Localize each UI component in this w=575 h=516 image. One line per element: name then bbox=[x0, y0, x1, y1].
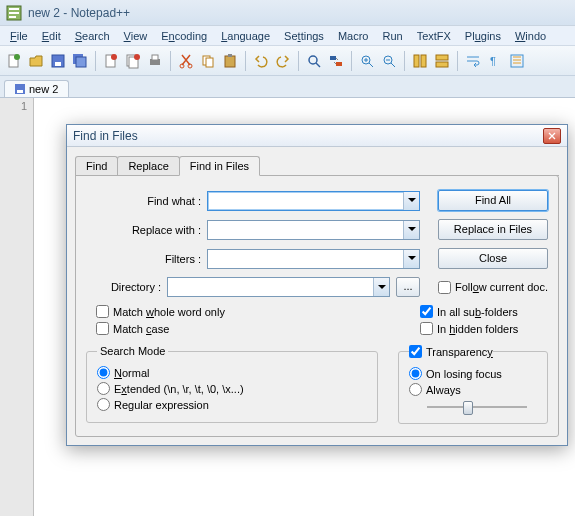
menu-plugins[interactable]: Plugins bbox=[459, 28, 507, 44]
regex-radio-label: Regular expression bbox=[114, 399, 209, 411]
document-tab[interactable]: new 2 bbox=[4, 80, 69, 97]
always-label: Always bbox=[426, 384, 461, 396]
line-gutter: 1 bbox=[0, 98, 34, 516]
transparency-slider[interactable] bbox=[427, 399, 527, 415]
separator bbox=[351, 51, 352, 71]
search-mode-legend: Search Mode bbox=[97, 345, 168, 357]
new-file-icon[interactable] bbox=[4, 51, 24, 71]
close-file-icon[interactable] bbox=[101, 51, 121, 71]
menu-edit[interactable]: Edit bbox=[36, 28, 67, 44]
svg-rect-31 bbox=[436, 62, 448, 67]
sub-folders-checkbox[interactable] bbox=[420, 305, 433, 318]
menu-macro[interactable]: Macro bbox=[332, 28, 375, 44]
label-filters: Filters : bbox=[86, 253, 201, 265]
dialog-titlebar[interactable]: Find in Files bbox=[67, 125, 567, 147]
svg-point-23 bbox=[309, 56, 317, 64]
menu-settings[interactable]: Settings bbox=[278, 28, 330, 44]
menu-window[interactable]: Windo bbox=[509, 28, 552, 44]
match-case-label: Match case bbox=[113, 323, 169, 335]
transparency-checkbox[interactable] bbox=[409, 345, 422, 358]
replace-with-input[interactable] bbox=[207, 220, 420, 240]
svg-rect-28 bbox=[414, 55, 419, 67]
match-whole-word-checkbox[interactable] bbox=[96, 305, 109, 318]
label-directory: Directory : bbox=[86, 281, 161, 293]
menu-encoding[interactable]: Encoding bbox=[155, 28, 213, 44]
normal-radio[interactable] bbox=[97, 366, 110, 379]
find-all-button[interactable]: Find All bbox=[438, 190, 548, 211]
browse-directory-button[interactable]: ... bbox=[396, 277, 420, 297]
separator bbox=[298, 51, 299, 71]
indent-guide-icon[interactable] bbox=[507, 51, 527, 71]
regex-radio[interactable] bbox=[97, 398, 110, 411]
svg-rect-9 bbox=[76, 57, 86, 67]
tab-replace[interactable]: Replace bbox=[117, 156, 179, 175]
save-icon[interactable] bbox=[48, 51, 68, 71]
chevron-down-icon[interactable] bbox=[403, 250, 419, 268]
find-icon[interactable] bbox=[304, 51, 324, 71]
svg-point-14 bbox=[134, 54, 140, 60]
separator bbox=[457, 51, 458, 71]
document-tab-label: new 2 bbox=[29, 83, 58, 95]
transparency-label: Transparency bbox=[426, 346, 493, 358]
show-all-chars-icon[interactable]: ¶ bbox=[485, 51, 505, 71]
on-losing-focus-radio[interactable] bbox=[409, 367, 422, 380]
copy-icon[interactable] bbox=[198, 51, 218, 71]
hidden-folders-checkbox[interactable] bbox=[420, 322, 433, 335]
svg-rect-3 bbox=[9, 16, 16, 18]
svg-rect-35 bbox=[17, 90, 23, 93]
match-case-checkbox[interactable] bbox=[96, 322, 109, 335]
filters-input[interactable] bbox=[207, 249, 420, 269]
always-radio[interactable] bbox=[409, 383, 422, 396]
svg-rect-30 bbox=[436, 55, 448, 60]
redo-icon[interactable] bbox=[273, 51, 293, 71]
tab-find-in-files[interactable]: Find in Files bbox=[179, 156, 260, 176]
menu-search[interactable]: Search bbox=[69, 28, 116, 44]
menu-file[interactable]: File bbox=[4, 28, 34, 44]
print-icon[interactable] bbox=[145, 51, 165, 71]
replace-in-files-button[interactable]: Replace in Files bbox=[438, 219, 548, 240]
find-what-input[interactable] bbox=[207, 191, 420, 211]
svg-rect-16 bbox=[152, 55, 158, 60]
svg-rect-1 bbox=[9, 8, 19, 10]
extended-radio[interactable] bbox=[97, 382, 110, 395]
menu-textfx[interactable]: TextFX bbox=[411, 28, 457, 44]
document-tabbar: new 2 bbox=[0, 76, 575, 98]
undo-icon[interactable] bbox=[251, 51, 271, 71]
svg-rect-22 bbox=[228, 54, 232, 57]
sync-v-icon[interactable] bbox=[410, 51, 430, 71]
wordwrap-icon[interactable] bbox=[463, 51, 483, 71]
line-number: 1 bbox=[0, 100, 33, 115]
dialog-title: Find in Files bbox=[73, 129, 543, 143]
find-in-files-dialog: Find in Files Find Replace Find in Files… bbox=[66, 124, 568, 446]
label-find-what: Find what : bbox=[86, 195, 201, 207]
svg-rect-24 bbox=[330, 56, 336, 60]
replace-icon[interactable] bbox=[326, 51, 346, 71]
svg-rect-21 bbox=[225, 56, 235, 67]
tab-find[interactable]: Find bbox=[75, 156, 118, 175]
separator bbox=[95, 51, 96, 71]
menu-language[interactable]: Language bbox=[215, 28, 276, 44]
separator bbox=[170, 51, 171, 71]
chevron-down-icon[interactable] bbox=[403, 221, 419, 239]
extended-radio-label: Extended (\n, \r, \t, \0, \x...) bbox=[114, 383, 244, 395]
chevron-down-icon[interactable] bbox=[373, 278, 389, 296]
menu-run[interactable]: Run bbox=[376, 28, 408, 44]
save-all-icon[interactable] bbox=[70, 51, 90, 71]
follow-current-doc-checkbox[interactable] bbox=[438, 281, 451, 294]
directory-input[interactable] bbox=[167, 277, 390, 297]
close-all-icon[interactable] bbox=[123, 51, 143, 71]
chevron-down-icon[interactable] bbox=[403, 192, 419, 210]
close-button[interactable]: Close bbox=[438, 248, 548, 269]
svg-point-5 bbox=[14, 54, 20, 60]
window-title: new 2 - Notepad++ bbox=[28, 6, 130, 20]
svg-rect-25 bbox=[336, 62, 342, 66]
menu-view[interactable]: View bbox=[118, 28, 154, 44]
close-icon[interactable] bbox=[543, 128, 561, 144]
sync-h-icon[interactable] bbox=[432, 51, 452, 71]
paste-icon[interactable] bbox=[220, 51, 240, 71]
label-replace-with: Replace with : bbox=[86, 224, 201, 236]
zoom-in-icon[interactable] bbox=[357, 51, 377, 71]
zoom-out-icon[interactable] bbox=[379, 51, 399, 71]
open-file-icon[interactable] bbox=[26, 51, 46, 71]
cut-icon[interactable] bbox=[176, 51, 196, 71]
